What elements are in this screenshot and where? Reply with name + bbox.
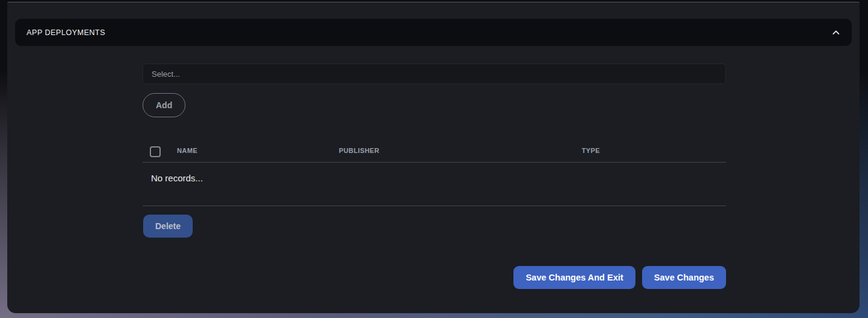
- section-header-app-deployments[interactable]: APP DEPLOYMENTS: [15, 19, 852, 46]
- save-changes-button[interactable]: Save Changes: [642, 266, 726, 289]
- no-records-text: No records...: [151, 173, 203, 183]
- section-title: APP DEPLOYMENTS: [27, 28, 105, 37]
- app-deployments-panel: APP DEPLOYMENTS Add NAME PUBLISHER TYPE …: [7, 2, 860, 313]
- footer-actions: Save Changes And Exit Save Changes: [143, 266, 726, 289]
- add-button[interactable]: Add: [143, 93, 185, 117]
- app-deployments-table: NAME PUBLISHER TYPE No records...: [143, 138, 726, 206]
- column-header-name: NAME: [177, 147, 198, 154]
- app-select-input[interactable]: [143, 63, 726, 84]
- table-empty-row: No records...: [143, 163, 726, 206]
- chevron-up-icon[interactable]: [831, 27, 841, 38]
- save-changes-and-exit-button[interactable]: Save Changes And Exit: [513, 266, 635, 289]
- column-header-publisher: PUBLISHER: [339, 147, 379, 154]
- page-background: { "panel": { "header": { "title": "APP D…: [0, 0, 868, 318]
- table-header-row: NAME PUBLISHER TYPE: [143, 138, 726, 163]
- select-all-checkbox[interactable]: [150, 146, 161, 157]
- delete-button[interactable]: Delete: [143, 215, 193, 238]
- column-header-type: TYPE: [582, 147, 600, 154]
